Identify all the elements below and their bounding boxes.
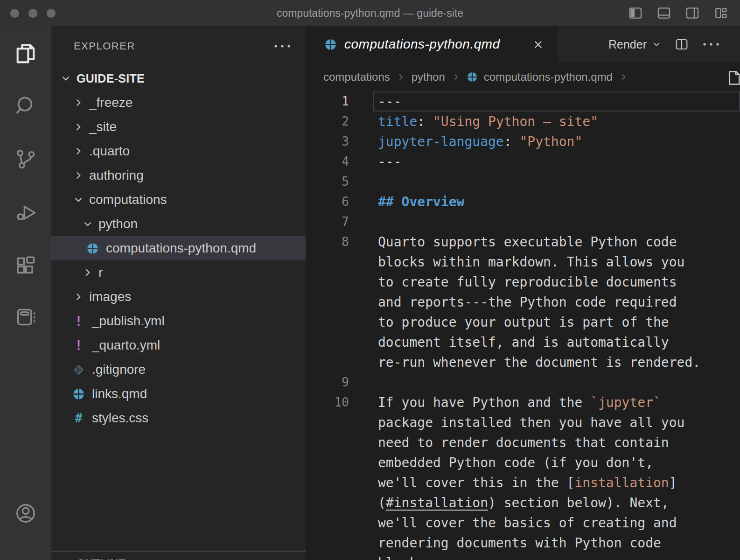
more-actions-icon[interactable]	[702, 42, 720, 47]
code-line[interactable]: blocks.	[306, 553, 740, 560]
code-line[interactable]: and reports---the Python code required	[306, 292, 740, 312]
quarto-icon	[467, 71, 478, 83]
tree-item-label: _publish.yml	[92, 314, 165, 329]
code-text: (#installation) section below). Next,	[359, 493, 740, 513]
code-line[interactable]: rendering documents with Python code	[306, 533, 740, 553]
tree-item[interactable]: .gitignore	[51, 357, 306, 382]
code-line[interactable]: package installed then you have all you	[306, 413, 740, 433]
code-line[interactable]: 5	[306, 172, 740, 192]
line-number: 8	[306, 232, 359, 252]
code-line[interactable]: to create fully reproducible documents	[306, 272, 740, 292]
line-number	[306, 513, 359, 533]
code-segment-body: document itself, and is automatically	[378, 335, 669, 350]
tree-item[interactable]: !_publish.yml	[51, 309, 306, 333]
tree-item[interactable]: _freeze	[51, 91, 306, 115]
code-line[interactable]: to produce your output is part of the	[306, 312, 740, 332]
code-line[interactable]: 8Quarto supports executable Python code	[306, 232, 740, 252]
activity-bar	[0, 26, 51, 560]
code-text: need to render documents that contain	[359, 433, 740, 453]
tree-item[interactable]: computations-python.qmd	[51, 236, 306, 260]
explorer-icon[interactable]	[14, 42, 38, 66]
tree-item[interactable]: #styles.css	[51, 406, 306, 430]
line-number: 3	[306, 132, 359, 152]
code-line[interactable]: 4---	[306, 152, 740, 172]
code-segment-body: we'll cover this in the [	[378, 475, 574, 490]
code-text: blocks.	[359, 553, 740, 560]
tree-item[interactable]: computations	[51, 188, 306, 212]
code-text: ## Overview	[359, 192, 740, 212]
code-line[interactable]: 7	[306, 212, 740, 232]
extensions-icon[interactable]	[14, 253, 38, 278]
breadcrumb-item-file[interactable]: computations-python.qmd	[484, 70, 613, 84]
code-line[interactable]: we'll cover the basics of creating and	[306, 513, 740, 533]
tree-item[interactable]: _site	[51, 115, 306, 139]
indent-guide	[81, 236, 81, 260]
toggle-panel-icon[interactable]	[656, 5, 672, 21]
toggle-primary-sidebar-icon[interactable]	[628, 5, 643, 21]
code-segment-body: ) section below). Next,	[488, 495, 669, 511]
line-number: 1	[306, 91, 359, 112]
code-segment-body: ---	[378, 94, 402, 109]
code-line[interactable]: document itself, and is automatically	[306, 332, 740, 352]
quarto-icon	[324, 38, 337, 51]
sidebar-header: EXPLORER	[51, 26, 306, 66]
code-text	[359, 212, 740, 232]
code-editor[interactable]: 1---2title: "Using Python — site"3jupyte…	[306, 91, 740, 560]
customize-layout-icon[interactable]	[713, 5, 729, 21]
source-control-icon[interactable]	[14, 147, 38, 171]
tree-root-guide-site[interactable]: GUIDE-SITE	[51, 66, 306, 91]
chevron-right-icon	[72, 145, 84, 157]
toggle-secondary-sidebar-icon[interactable]	[684, 5, 700, 21]
breadcrumb-item-computations[interactable]: computations	[323, 70, 390, 84]
outline-section-header[interactable]: OUTLINE	[51, 552, 306, 560]
tree-item[interactable]: links.qmd	[51, 382, 306, 406]
code-line[interactable]: we'll cover this in the [installation]	[306, 473, 740, 493]
tree-item[interactable]: .quarto	[51, 139, 306, 163]
search-icon[interactable]	[14, 94, 38, 118]
code-segment-string: `jupyter`	[590, 395, 661, 410]
line-number	[306, 352, 359, 372]
settings-gear-icon[interactable]	[14, 557, 38, 560]
code-text: to create fully reproducible documents	[359, 272, 740, 292]
code-line[interactable]: embedded Python code (if you don't,	[306, 453, 740, 473]
tree-item[interactable]: python	[51, 212, 306, 236]
code-segment-string: "Python"	[519, 134, 582, 149]
explorer-more-actions-icon[interactable]	[273, 43, 292, 49]
code-text: jupyter-language: "Python"	[359, 132, 740, 152]
line-number	[306, 433, 359, 453]
breadcrumb-item-python[interactable]: python	[412, 70, 445, 84]
tree-item[interactable]: images	[51, 285, 306, 309]
tree-item[interactable]: !_quarto.yml	[51, 333, 306, 357]
render-button[interactable]: Render	[608, 38, 662, 51]
close-icon[interactable]	[532, 38, 545, 51]
code-line[interactable]: need to render documents that contain	[306, 433, 740, 453]
notebook-icon[interactable]	[14, 305, 38, 329]
code-text: title: "Using Python — site"	[359, 112, 740, 132]
code-segment-body: re-run whenever the document is rendered…	[378, 355, 700, 370]
tree-item-label: .quarto	[89, 144, 130, 159]
tab-computations-python[interactable]: computations-python.qmd	[306, 26, 558, 63]
code-segment-punct: :	[504, 134, 520, 149]
file-tree: GUIDE-SITE_freeze_site.quartoauthoringco…	[51, 66, 306, 430]
tree-item[interactable]: r	[51, 260, 306, 285]
tree-root-label: GUIDE-SITE	[77, 72, 145, 85]
code-line[interactable]: 2title: "Using Python — site"	[306, 112, 740, 132]
code-line[interactable]: 10If you have Python and the `jupyter`	[306, 392, 740, 413]
code-segment-key: title	[378, 114, 417, 129]
code-line[interactable]: 1---	[306, 91, 740, 112]
run-and-debug-icon[interactable]	[14, 200, 38, 224]
chevron-down-icon	[72, 194, 84, 206]
chevron-right-icon	[619, 72, 628, 82]
code-line[interactable]: re-run whenever the document is rendered…	[306, 352, 740, 372]
code-line[interactable]: 9	[306, 372, 740, 392]
accounts-icon[interactable]	[14, 501, 38, 525]
tree-item-label: _site	[89, 119, 117, 134]
code-line[interactable]: (#installation) section below). Next,	[306, 493, 740, 513]
code-line[interactable]: blocks within markdown. This allows you	[306, 252, 740, 272]
line-number: 10	[306, 392, 359, 413]
code-line[interactable]: 6## Overview	[306, 192, 740, 212]
tree-item-label: _quarto.yml	[92, 338, 160, 353]
tree-item[interactable]: authoring	[51, 163, 306, 188]
split-editor-icon[interactable]	[674, 37, 689, 52]
code-line[interactable]: 3jupyter-language: "Python"	[306, 132, 740, 152]
